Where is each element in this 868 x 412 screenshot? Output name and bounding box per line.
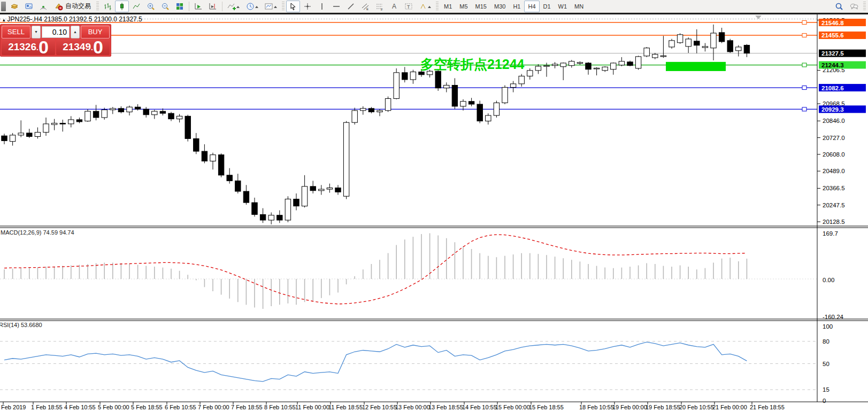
time-axis-label: 15 Feb 00:00 [495, 404, 530, 410]
rsi-scale-label: 100 [823, 323, 833, 330]
time-axis-label: Feb 2019 [1, 404, 26, 410]
sell-price-button[interactable]: 21326.0 [2, 39, 55, 55]
candle-body [468, 102, 474, 104]
time-axis-label: 19 Feb 00:00 [612, 404, 647, 410]
candle-body [260, 214, 265, 220]
candle-body [93, 111, 98, 118]
candle-body [127, 107, 132, 112]
candle-body [302, 186, 307, 206]
candle-body [210, 155, 216, 161]
candle-body [110, 108, 116, 110]
candle-body [477, 104, 482, 121]
line-anchor-marker[interactable] [802, 63, 806, 67]
price-tick-label: 20128.5 [823, 219, 845, 225]
candle-body [394, 73, 399, 99]
candle-body [552, 64, 557, 66]
candle-body [644, 48, 649, 56]
price-badge-label: 21244.3 [821, 62, 844, 68]
macd-scale-label: -160.24 [823, 314, 844, 320]
candle-body [268, 215, 274, 220]
candle-body [10, 135, 15, 142]
price-tick-label: 20247.5 [823, 202, 845, 208]
line-anchor-marker[interactable] [802, 33, 806, 37]
candle-body [435, 71, 441, 88]
time-axis-label: 19 Feb 18:55 [646, 404, 680, 410]
candle-body [527, 71, 533, 76]
candle-body [152, 111, 157, 115]
price-tick-label: 20489.0 [823, 168, 845, 174]
volume-input[interactable]: 0.10 [42, 26, 70, 38]
candle-body [702, 46, 708, 48]
candle-body [2, 136, 7, 141]
time-axis-label: 4 Feb 10:55 [64, 404, 96, 410]
candle-body [736, 47, 741, 51]
candle-body [611, 63, 616, 69]
time-axis-label: 18 Feb 10:55 [579, 404, 614, 410]
time-axis-label: 6 Feb 10:55 [165, 404, 196, 410]
candle-body [27, 133, 32, 137]
buy-price-button[interactable]: 21349.0 [56, 39, 110, 55]
chart-title: ▴JPN225-,H4 21385.0 21392.5 21300.0 2132… [3, 15, 142, 23]
rsi-scale-label: 80 [823, 338, 829, 345]
chart-symbol-icon: ▴ [3, 17, 5, 22]
candle-body [176, 116, 182, 119]
candle-body [68, 120, 74, 124]
candle-body [385, 98, 390, 110]
time-axis-label: 8 Feb 10:55 [264, 404, 296, 410]
volume-decrease-button[interactable]: ▼ [32, 26, 41, 38]
candle-body [160, 111, 165, 113]
candle-body [577, 63, 582, 64]
chart-title-text: JPN225-,H4 21385.0 21392.5 21300.0 21327… [7, 15, 142, 23]
candle-body [319, 189, 324, 191]
candle-body [227, 175, 232, 181]
candle-body [368, 108, 374, 112]
line-anchor-marker[interactable] [802, 21, 806, 25]
candle-body [335, 188, 341, 192]
time-axis-label: 11 Feb 00:00 [295, 404, 329, 410]
candle-body [18, 133, 24, 135]
time-axis-label: 21 Feb 18:55 [750, 404, 785, 410]
line-anchor-marker[interactable] [802, 107, 806, 111]
candle-body [660, 56, 666, 57]
candle-body [711, 33, 716, 48]
volume-increase-button[interactable]: ▲ [71, 26, 80, 38]
candle-body [202, 151, 207, 161]
sell-price-pips: 0 [39, 39, 49, 55]
candle-body [143, 109, 149, 115]
candle-body [327, 188, 332, 189]
candle-body [652, 55, 658, 58]
candle-body [377, 111, 382, 112]
candle-body [194, 138, 199, 151]
time-axis-label: 5 Feb 00:00 [98, 404, 129, 410]
candle-body [519, 76, 524, 83]
candle-body [218, 155, 224, 175]
buy-button[interactable]: BUY [81, 26, 110, 38]
candle-body [452, 85, 457, 106]
price-badge-label: 21546.8 [821, 20, 844, 26]
macd-scale-label: 0.00 [823, 277, 834, 283]
candle-body [460, 102, 466, 106]
candle-body [569, 61, 574, 66]
candle-body [560, 63, 566, 67]
candle-body [243, 191, 249, 203]
line-anchor-marker[interactable] [802, 86, 806, 90]
time-axis-label: 21 Feb 00:00 [712, 404, 747, 410]
price-badge-label: 21082.6 [821, 85, 844, 91]
candle-body [744, 45, 749, 53]
time-axis-label: 7 Feb 00:00 [198, 404, 229, 410]
green-zone-rectangle[interactable] [666, 62, 726, 71]
candle-body [727, 41, 733, 52]
candle-body [360, 108, 366, 111]
rsi-scale-label: 50 [823, 361, 829, 367]
candle-body [294, 199, 299, 206]
pivot-annotation-text: 多空转折点21244 [420, 56, 525, 73]
time-axis-label: 5 Feb 18:55 [131, 404, 163, 410]
sell-button[interactable]: SELL [2, 26, 30, 38]
rsi-scale-label: 0 [823, 398, 826, 404]
candle-body [502, 87, 508, 103]
time-axis-label: 15 Feb 18:55 [529, 404, 564, 410]
time-axis-label: 14 Feb 10:55 [462, 404, 497, 410]
time-axis-label: 13 Feb 18:55 [428, 404, 463, 410]
trading-terminal: 自动交易 [0, 0, 868, 412]
buy-price-pips: 0 [93, 39, 103, 55]
